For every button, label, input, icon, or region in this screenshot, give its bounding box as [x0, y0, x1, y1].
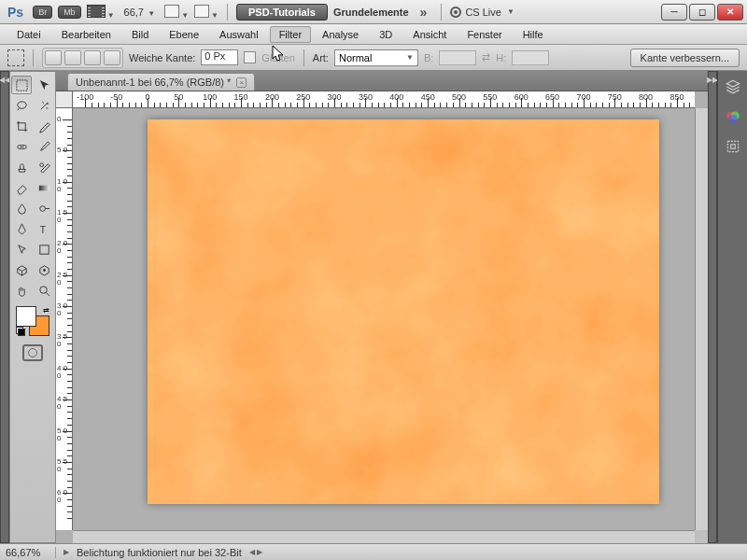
- feather-input[interactable]: 0 Px: [201, 49, 238, 65]
- selection-intersect[interactable]: [104, 50, 120, 65]
- document-tab-label: Unbenannt-1 bei 66,7% (RGB/8) *: [76, 77, 231, 88]
- bridge-button[interactable]: Br: [33, 6, 52, 19]
- left-collapse-bar[interactable]: ◀◀: [0, 71, 9, 543]
- status-message: Belichtung funktioniert nur bei 32-Bit: [77, 547, 242, 558]
- status-next-icon[interactable]: ◀ ▶: [249, 548, 262, 556]
- selection-subtract[interactable]: [84, 50, 101, 65]
- feather-label: Weiche Kante:: [129, 52, 195, 63]
- selection-add[interactable]: [64, 50, 81, 65]
- path-selection-tool[interactable]: [11, 240, 32, 259]
- horizontal-scrollbar[interactable]: [73, 530, 695, 543]
- svg-rect-10: [148, 119, 659, 504]
- right-dock: [717, 71, 747, 543]
- eraser-tool[interactable]: [11, 178, 32, 197]
- vertical-scrollbar[interactable]: [695, 108, 708, 530]
- quick-mask-mode[interactable]: [22, 344, 43, 361]
- channels-panel-icon[interactable]: [723, 106, 743, 127]
- lasso-tool[interactable]: [11, 96, 32, 115]
- separator: [33, 49, 34, 66]
- menu-analyse[interactable]: Analyse: [313, 26, 368, 43]
- window-close[interactable]: ✕: [717, 4, 743, 21]
- ruler-vertical[interactable]: 05 01 0 01 5 02 0 02 5 03 0 03 5 04 0 04…: [56, 108, 73, 530]
- history-brush-tool[interactable]: [34, 158, 54, 176]
- antialias-checkbox: [244, 51, 256, 63]
- move-tool[interactable]: [34, 76, 54, 94]
- 3d-camera-tool[interactable]: [34, 260, 54, 279]
- menu-datei[interactable]: Datei: [7, 26, 50, 43]
- menu-filter[interactable]: Filter: [270, 26, 311, 43]
- eyedropper-tool[interactable]: [34, 117, 54, 135]
- minibridge-button[interactable]: Mb: [58, 6, 81, 19]
- clone-stamp-tool[interactable]: [11, 158, 32, 176]
- healing-brush-tool[interactable]: [11, 137, 32, 156]
- svg-rect-3: [38, 185, 49, 190]
- type-tool[interactable]: T: [34, 219, 54, 238]
- document-tab[interactable]: Unbenannt-1 bei 66,7% (RGB/8) * ×: [67, 73, 255, 91]
- menu-ansicht[interactable]: Ansicht: [403, 26, 456, 43]
- ruler-origin[interactable]: [56, 91, 73, 108]
- svg-point-4: [39, 205, 45, 211]
- paths-panel-icon[interactable]: [723, 136, 743, 157]
- svg-rect-6: [39, 245, 48, 253]
- window-minimize[interactable]: ─: [661, 4, 687, 21]
- right-collapse-bar[interactable]: ▶▶: [708, 71, 717, 543]
- style-label: Art:: [313, 52, 329, 63]
- zoom-level-display[interactable]: 66,7 ▼: [120, 7, 160, 18]
- screen-mode-icon[interactable]: ▼: [194, 5, 218, 20]
- tab-close-icon[interactable]: ×: [236, 77, 247, 88]
- svg-point-8: [39, 286, 47, 293]
- separator: [303, 49, 304, 66]
- separator: [441, 4, 442, 21]
- shape-tool[interactable]: [34, 240, 54, 259]
- style-select[interactable]: Normal▼: [334, 49, 418, 66]
- arrange-documents-icon[interactable]: ▼: [164, 5, 189, 20]
- status-zoom[interactable]: 66,67%: [6, 547, 56, 558]
- options-bar: Weiche Kante: 0 Px Glätten Art: Normal▼ …: [0, 45, 747, 71]
- crop-tool[interactable]: [11, 117, 32, 135]
- marquee-tool[interactable]: [11, 76, 32, 94]
- refine-edge-button[interactable]: Kante verbessern...: [630, 49, 740, 67]
- menu-3d[interactable]: 3D: [370, 26, 402, 43]
- svg-point-7: [43, 269, 46, 272]
- swap-colors-icon[interactable]: ⇄: [43, 306, 49, 315]
- dodge-tool[interactable]: [34, 199, 54, 217]
- svg-point-2: [39, 162, 43, 166]
- ruler-horizontal[interactable]: -100-50050100150200250300350400450500550…: [73, 91, 695, 108]
- menu-fenster[interactable]: Fenster: [458, 26, 511, 43]
- color-swatches[interactable]: ⇄: [16, 306, 49, 336]
- magic-wand-tool[interactable]: [34, 96, 54, 115]
- workspace-pill[interactable]: PSD-Tutorials: [236, 4, 328, 21]
- menu-ebene[interactable]: Ebene: [160, 26, 208, 43]
- status-prev-icon[interactable]: ▶: [63, 548, 69, 556]
- menu-auswahl[interactable]: Auswahl: [210, 26, 268, 43]
- cs-live-button[interactable]: CS Live▼: [450, 7, 514, 18]
- film-icon[interactable]: ▼: [87, 5, 115, 20]
- workspace-name[interactable]: Grundelemente: [333, 7, 409, 18]
- default-colors-icon[interactable]: [16, 327, 25, 336]
- selection-new[interactable]: [45, 50, 62, 65]
- document-canvas[interactable]: [148, 119, 659, 504]
- zoom-tool[interactable]: [34, 281, 54, 300]
- pen-tool[interactable]: [11, 219, 32, 238]
- menu-hilfe[interactable]: Hilfe: [514, 26, 553, 43]
- workspace-more[interactable]: »: [415, 5, 433, 20]
- hand-tool[interactable]: [11, 281, 32, 300]
- selection-mode-group: [42, 48, 123, 68]
- foreground-color[interactable]: [16, 306, 36, 327]
- height-label: H:: [496, 52, 506, 63]
- menu-bar: Datei Bearbeiten Bild Ebene Auswahl Filt…: [0, 24, 747, 45]
- blur-tool[interactable]: [11, 199, 32, 217]
- menu-bild[interactable]: Bild: [122, 26, 158, 43]
- canvas-area[interactable]: -100-50050100150200250300350400450500550…: [56, 91, 708, 543]
- layers-panel-icon[interactable]: [723, 77, 743, 97]
- gradient-tool[interactable]: [34, 178, 54, 197]
- menu-bearbeiten[interactable]: Bearbeiten: [52, 26, 120, 43]
- svg-text:T: T: [39, 225, 46, 235]
- window-maximize[interactable]: ◻: [689, 4, 715, 21]
- width-input: [439, 50, 476, 65]
- swap-wh-icon: ⇄: [482, 51, 490, 63]
- 3d-tool[interactable]: [11, 260, 32, 279]
- brush-tool[interactable]: [34, 137, 54, 156]
- tool-preset-icon[interactable]: [7, 49, 24, 66]
- svg-point-13: [728, 115, 737, 123]
